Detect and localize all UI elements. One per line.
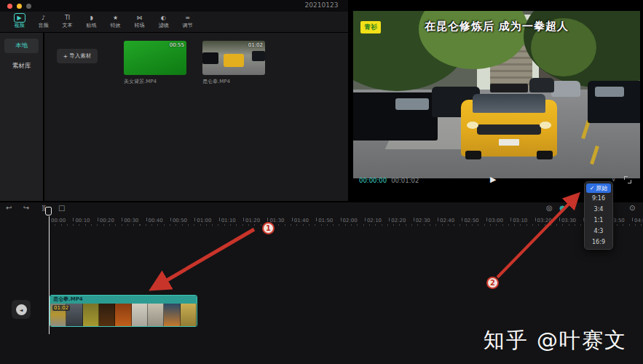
clip-duration-badge: 00:55 [170,42,184,48]
ruler-tick: 01:00 [194,218,218,223]
car-glass [595,87,624,97]
tool-tab[interactable]: ◐ 滤镜 [151,13,175,28]
undo-icon[interactable]: ↩ [6,205,12,212]
plus-icon: + [63,53,68,60]
ratio-option[interactable]: 16:9 [586,237,611,248]
snap-icon[interactable]: ● [559,205,566,212]
tool-tab[interactable]: ▶ 视频 [7,13,31,28]
tool-tab-icon: ≡ [182,13,194,23]
tool-tab-icon: ◐ [158,13,170,23]
ruler-ticks: 00:0000:1000:2000:3000:4000:5001:0001:10… [49,218,643,223]
tool-tab-icon: ★ [110,13,122,23]
tool-tab-icon: ◗ [86,13,98,23]
fullscreen-icon[interactable] [624,176,631,183]
ratio-option[interactable]: 9:16 [586,193,611,204]
thumb-car-right [252,51,265,61]
ruler-tick: 02:00 [341,218,365,223]
filmstrip-frame [181,304,197,327]
tool-tab-label: 特效 [111,23,121,28]
thumb-car-left [202,52,218,64]
tool-tab-icon: ⋈ [134,13,146,23]
ratio-option[interactable]: 4:3 [586,226,611,237]
clip-filmstrip [50,304,197,327]
media-clip-taxi[interactable]: 01:02 [202,41,265,75]
media-clip-greenscreen[interactable]: 00:55 [124,41,186,75]
ratio-option-selected[interactable]: ✓ 原始 [586,183,611,193]
total-timecode: 00:01:02 [391,177,419,184]
check-icon: ✓ [590,185,595,191]
watermark: 知乎 @叶赛文 [484,326,627,355]
tool-tab[interactable]: ♪ 音频 [31,13,55,28]
ruler-tick: 03:30 [559,218,583,223]
tool-tab-label: 音频 [39,23,49,28]
ruler-tick: 00:50 [170,218,194,223]
timeline-clip[interactable]: 昆仑拳.MP4 01:02 [50,295,197,327]
ruler-tick: 00:00 [49,218,73,223]
ratio-selected-label: 原始 [596,184,607,192]
timeline-clip-name: 昆仑拳.MP4 [50,296,197,304]
ruler-tick: 00:10 [73,218,97,223]
ruler-tick: 02:20 [389,218,413,223]
tool-tab-label: 转场 [135,23,145,28]
ratio-option[interactable]: 1:1 [586,215,611,226]
car-right [588,81,640,123]
preview-axis-icon[interactable]: ◎ [546,205,553,212]
playhead-handle[interactable] [45,207,52,215]
tool-tab-icon: TI [62,13,74,23]
tool-tab-label: 滤镜 [159,23,169,28]
tool-tab-icon: ♪ [38,13,50,23]
ruler-tick: 04:00 [632,218,643,223]
ruler-tick: 01:10 [219,218,243,223]
import-material-button[interactable]: + 导入素材 [57,49,98,63]
tool-tab[interactable]: ◗ 贴纸 [79,13,103,28]
ratio-option[interactable]: 3:4 [586,204,611,215]
locate-icon[interactable]: ⊙ [629,205,635,212]
preview-panel: 在昆仑修炼后 成为一拳超人 青衫 00:00:00 00:01:02 ▶ ∨ [348,0,643,202]
ruler-tick: 00:40 [146,218,170,223]
play-button[interactable]: ▶ [490,175,496,184]
ruler-tick: 00:20 [98,218,122,223]
ruler-tick: 02:10 [365,218,389,223]
filmstrip-frame [132,304,148,327]
ruler-tick: 03:20 [535,218,559,223]
track-mute-button[interactable]: ◄ [12,300,31,319]
delete-icon[interactable]: □ [58,205,65,212]
timeline-toolbar: ↩ ↪ ][ □ ◎ ● ⊙ [0,202,643,217]
tool-tab-label: 文本 [63,23,73,28]
ruler-tick: 03:00 [486,218,510,223]
ruler-tick: 01:50 [316,218,340,223]
taxi-wheel-right [537,151,553,159]
tool-tab[interactable]: ★ 特效 [103,13,127,28]
timeline-ruler[interactable]: 00:0000:1000:2000:3000:4000:5001:0001:10… [0,217,643,227]
taxi [461,84,557,161]
tool-tab[interactable]: ≡ 调节 [175,13,200,28]
ruler-tick: 02:40 [438,218,462,223]
taxi-license-plate [499,139,519,146]
filmstrip-frame [83,304,99,327]
sidebar-item[interactable]: 素材库 [4,59,39,74]
taxi-windshield [473,94,545,113]
thumb-taxi [224,54,244,67]
filmstrip-frame [164,304,180,327]
taxi-wheel-left [465,151,481,159]
tool-tab[interactable]: TI 文本 [55,13,79,28]
redo-icon[interactable]: ↪ [23,205,29,212]
tool-tab-label: 视频 [15,23,25,28]
ruler-tick: 01:40 [292,218,316,223]
ruler-tick: 03:10 [510,218,534,223]
car-glass [395,98,429,110]
tool-tab-icon: ▶ [14,13,25,23]
speaker-icon: ◄ [16,304,27,315]
tool-tab-label: 调节 [183,23,193,28]
sidebar-item[interactable]: 本地 [4,39,39,53]
app-window: 20210123 ? ↥ 导出 ▶ 视频 ♪ 音频 [0,0,643,364]
filmstrip-frame [148,304,164,327]
tool-tab[interactable]: ⋈ 转场 [127,13,151,28]
tool-tabstrip: ▶ 视频 ♪ 音频 TI 文本 ◗ 贴纸 [0,12,348,33]
annotation-step-2: 2 [486,277,499,289]
import-material-label: 导入素材 [69,52,91,60]
clip-duration-badge: 01:02 [248,42,263,48]
tool-tab-label: 贴纸 [87,23,97,28]
ruler-tick: 02:30 [414,218,438,223]
filmstrip-frame [99,304,115,327]
